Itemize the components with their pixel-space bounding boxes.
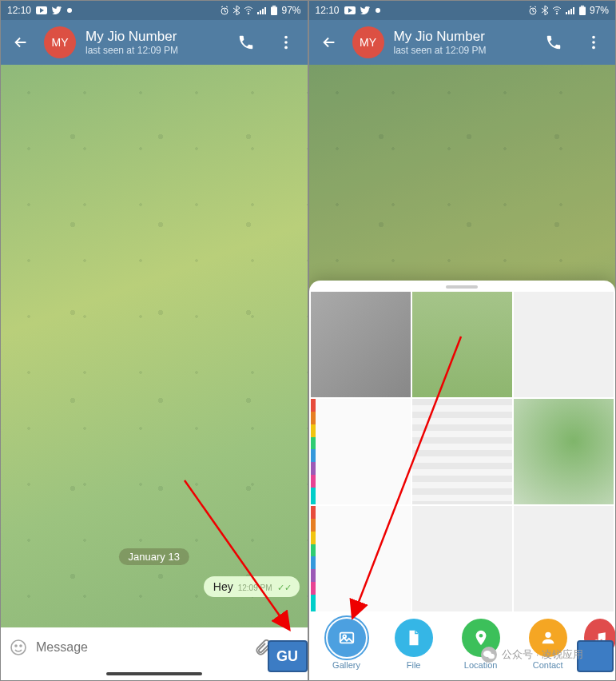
android-navbar[interactable] — [1, 667, 308, 680]
action-gallery[interactable]: Gallery — [316, 619, 378, 670]
bluetooth-icon — [542, 6, 548, 15]
svg-point-3 — [248, 13, 250, 14]
screenshot-right: 12:10 97% MY My Jio Number last seen at … — [308, 0, 617, 681]
svg-point-30 — [592, 46, 595, 50]
attachment-sheet[interactable]: Gallery File Location Contact — [309, 281, 616, 680]
status-bar: 12:10 97% — [1, 1, 308, 20]
battery-percent: 97% — [590, 5, 609, 16]
svg-point-34 — [545, 632, 550, 638]
overlay-text: 公众号 · 凌锐应用 — [502, 647, 583, 662]
svg-point-21 — [556, 13, 558, 14]
message-input[interactable] — [36, 640, 245, 655]
svg-rect-5 — [260, 10, 261, 14]
svg-point-11 — [284, 41, 288, 44]
arrow-left-icon — [320, 34, 338, 51]
gallery-thumbnail[interactable] — [311, 399, 411, 504]
message-text: Hey — [213, 580, 233, 593]
status-time: 12:10 — [316, 5, 340, 16]
gallery-thumbnail[interactable] — [311, 292, 411, 397]
more-button[interactable] — [578, 27, 609, 58]
chat-background-pattern — [1, 65, 308, 627]
svg-point-15 — [20, 645, 22, 647]
message-bubble[interactable]: Hey 12:09 PM ✓✓ — [204, 576, 300, 597]
gallery-thumbnail[interactable] — [311, 506, 411, 611]
wifi-icon — [552, 6, 562, 14]
more-button[interactable] — [271, 27, 301, 58]
contact-name: My Jio Number — [85, 29, 221, 45]
svg-point-12 — [284, 46, 288, 50]
read-ticks-icon: ✓✓ — [277, 583, 292, 593]
signal-icon — [257, 6, 267, 14]
wechat-icon — [481, 647, 497, 663]
wifi-icon — [244, 6, 253, 14]
input-bar — [1, 627, 308, 667]
phone-icon — [237, 34, 255, 51]
gallery-thumbnail[interactable] — [412, 292, 512, 397]
message-time: 12:09 PM — [238, 583, 272, 592]
chat-header: MY My Jio Number last seen at 12:09 PM — [309, 20, 616, 65]
svg-point-29 — [592, 41, 595, 44]
dot-icon — [66, 7, 73, 14]
youtube-icon — [344, 6, 356, 14]
last-seen: last seen at 12:09 PM — [394, 45, 530, 56]
gallery-thumbnail[interactable] — [514, 399, 614, 504]
dot-icon — [375, 7, 381, 14]
chat-title-block[interactable]: My Jio Number last seen at 12:09 PM — [394, 29, 530, 57]
gu-watermark — [268, 640, 308, 672]
svg-rect-26 — [581, 6, 584, 7]
wechat-source-overlay: 公众号 · 凌锐应用 — [481, 647, 583, 663]
status-bar: 12:10 97% — [309, 1, 616, 20]
svg-point-19 — [376, 8, 380, 13]
svg-rect-27 — [579, 7, 586, 16]
svg-rect-23 — [568, 10, 570, 14]
action-label: File — [407, 660, 421, 670]
battery-icon — [579, 6, 586, 15]
back-button[interactable] — [7, 29, 34, 56]
file-icon — [395, 619, 433, 657]
alarm-icon — [528, 6, 538, 15]
bluetooth-icon — [233, 6, 240, 15]
contact-name: My Jio Number — [394, 29, 530, 45]
gallery-thumbnail[interactable] — [412, 399, 512, 504]
svg-rect-25 — [573, 7, 574, 14]
phone-icon — [545, 34, 562, 51]
svg-point-33 — [479, 634, 483, 638]
sheet-drag-handle[interactable] — [446, 285, 478, 289]
smile-icon — [9, 638, 28, 657]
gallery-grid — [309, 292, 616, 611]
call-button[interactable] — [539, 27, 569, 58]
svg-point-28 — [592, 36, 595, 39]
gallery-thumbnail[interactable] — [514, 292, 614, 397]
svg-point-37 — [488, 654, 495, 659]
attachment-actions: Gallery File Location Contact — [309, 611, 616, 680]
avatar[interactable]: MY — [352, 26, 384, 58]
svg-rect-9 — [271, 7, 277, 16]
chat-header: MY My Jio Number last seen at 12:09 PM — [1, 20, 308, 65]
gallery-thumbnail[interactable] — [514, 506, 614, 611]
last-seen: last seen at 12:09 PM — [85, 45, 221, 56]
emoji-button[interactable] — [9, 638, 28, 657]
action-file[interactable]: File — [383, 619, 445, 670]
avatar[interactable]: MY — [44, 26, 76, 58]
svg-point-1 — [67, 8, 72, 13]
youtube-icon — [36, 6, 47, 14]
svg-rect-24 — [570, 9, 572, 14]
svg-rect-6 — [262, 9, 264, 14]
call-button[interactable] — [231, 27, 261, 58]
twitter-icon — [360, 6, 370, 14]
battery-percent: 97% — [281, 5, 300, 16]
back-button[interactable] — [316, 29, 343, 56]
svg-rect-8 — [272, 6, 276, 7]
gallery-icon — [328, 619, 366, 657]
signal-icon — [566, 6, 575, 14]
arrow-left-icon — [12, 34, 30, 51]
date-badge: January 13 — [119, 548, 189, 565]
alarm-icon — [220, 6, 229, 15]
chat-title-block[interactable]: My Jio Number last seen at 12:09 PM — [85, 29, 221, 57]
battery-icon — [271, 6, 277, 15]
screenshot-left: 12:10 97% MY My Jio Number last seen at … — [0, 0, 308, 681]
chat-area[interactable]: January 13 Hey 12:09 PM ✓✓ — [1, 65, 308, 627]
more-vertical-icon — [585, 34, 602, 51]
gallery-thumbnail[interactable] — [412, 506, 512, 611]
svg-rect-4 — [257, 12, 259, 14]
